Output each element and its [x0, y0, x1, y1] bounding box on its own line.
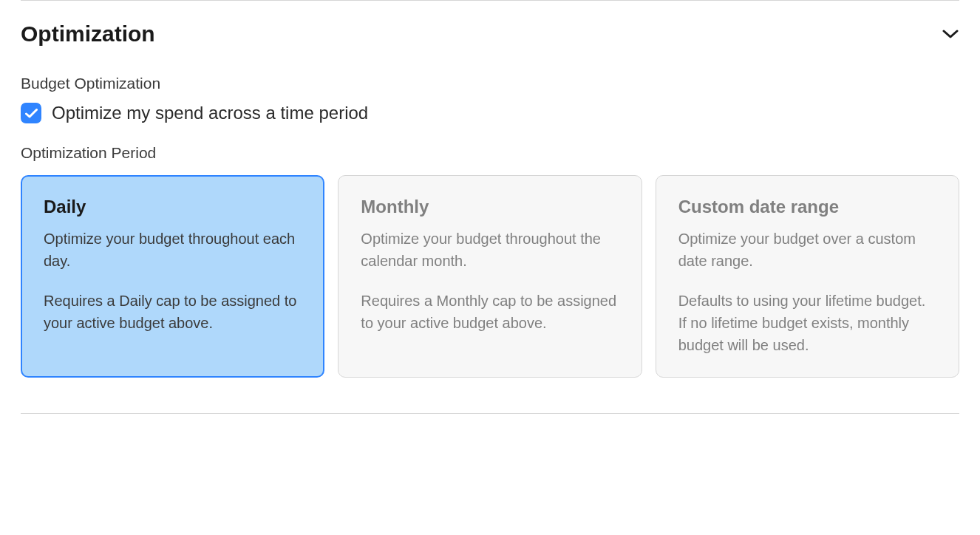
- period-option-description: Optimize your budget throughout each day…: [44, 228, 302, 272]
- optimization-period-label: Optimization Period: [21, 144, 959, 162]
- optimize-spend-row[interactable]: Optimize my spend across a time period: [21, 103, 959, 123]
- optimization-period-group: Optimization Period Daily Optimize your …: [21, 144, 959, 378]
- section-title: Optimization: [21, 21, 155, 47]
- period-option-title: Daily: [44, 197, 302, 217]
- bottom-divider: [21, 413, 959, 414]
- period-option-title: Monthly: [361, 197, 619, 217]
- period-option-custom-date-range[interactable]: Custom date range Optimize your budget o…: [656, 175, 959, 378]
- budget-optimization-label: Budget Optimization: [21, 75, 959, 92]
- period-option-daily[interactable]: Daily Optimize your budget throughout ea…: [21, 175, 324, 378]
- period-option-requirement: Requires a Monthly cap to be assigned to…: [361, 290, 619, 334]
- budget-optimization-group: Budget Optimization Optimize my spend ac…: [21, 75, 959, 123]
- period-options-row: Daily Optimize your budget throughout ea…: [21, 175, 959, 378]
- period-option-title: Custom date range: [678, 197, 936, 217]
- optimize-spend-checkbox[interactable]: [21, 103, 41, 123]
- period-option-description: Optimize your budget over a custom date …: [678, 228, 936, 272]
- period-option-description: Optimize your budget throughout the cale…: [361, 228, 619, 272]
- period-option-requirement: Requires a Daily cap to be assigned to y…: [44, 290, 302, 334]
- section-header[interactable]: Optimization: [21, 1, 959, 61]
- period-option-requirement: Defaults to using your lifetime budget. …: [678, 290, 936, 356]
- period-option-monthly[interactable]: Monthly Optimize your budget throughout …: [338, 175, 642, 378]
- optimize-spend-label: Optimize my spend across a time period: [52, 103, 368, 123]
- chevron-down-icon: [942, 25, 959, 43]
